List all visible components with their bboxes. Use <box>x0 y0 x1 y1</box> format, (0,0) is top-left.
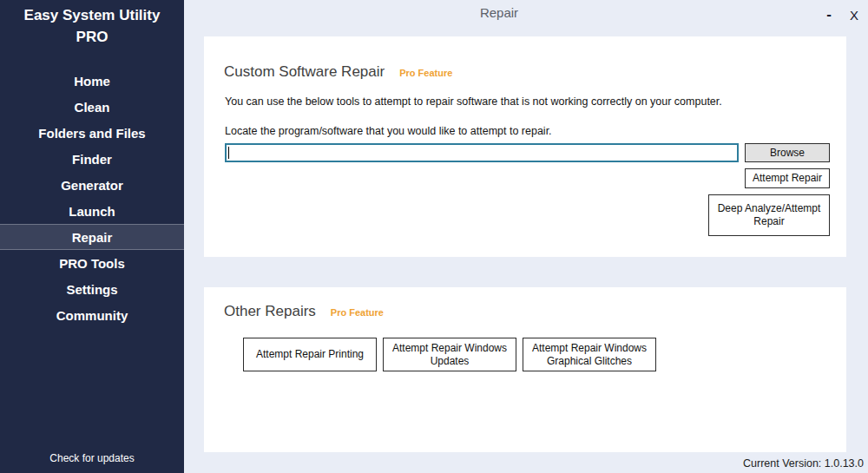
sidebar-item-home[interactable]: Home <box>0 68 184 94</box>
custom-software-repair-panel: Custom Software Repair Pro Feature You c… <box>204 36 846 257</box>
attempt-repair-printing-button[interactable]: Attempt Repair Printing <box>243 338 377 371</box>
deep-analyze-attempt-repair-button[interactable]: Deep Analyze/Attempt Repair <box>708 194 830 236</box>
section-title: Custom Software Repair <box>224 63 385 81</box>
other-repairs-header: Other Repairs Pro Feature <box>224 303 384 320</box>
text-caret <box>228 147 229 159</box>
attempt-repair-windows-graphical-glitches-button[interactable]: Attempt Repair Windows Graphical Glitche… <box>523 338 656 371</box>
other-repairs-panel: Other Repairs Pro Feature Attempt Repair… <box>204 287 846 452</box>
minimize-button[interactable]: - <box>819 3 839 26</box>
sidebar-item-launch[interactable]: Launch <box>0 198 184 224</box>
attempt-repair-button[interactable]: Attempt Repair <box>745 168 830 188</box>
check-for-updates-link[interactable]: Check for updates <box>0 452 184 464</box>
sidebar-item-finder[interactable]: Finder <box>0 146 184 172</box>
pro-feature-badge: Pro Feature <box>331 307 384 318</box>
page-title: Repair <box>184 5 814 20</box>
app-title: Easy System Utility PRO <box>0 0 184 48</box>
program-path-input[interactable] <box>225 143 739 162</box>
sidebar-item-repair[interactable]: Repair <box>0 224 184 250</box>
custom-repair-header: Custom Software Repair Pro Feature <box>224 63 452 81</box>
sidebar-item-community[interactable]: Community <box>0 302 184 328</box>
sidebar-item-folders-and-files[interactable]: Folders and Files <box>0 120 184 146</box>
current-version-label: Current Version: 1.0.13.0 <box>743 457 864 470</box>
sidebar-item-settings[interactable]: Settings <box>0 276 184 302</box>
locate-program-label: Locate the program/software that you wou… <box>225 125 552 137</box>
section-title: Other Repairs <box>224 303 316 320</box>
close-button[interactable]: X <box>844 3 865 26</box>
sidebar-item-generator[interactable]: Generator <box>0 172 184 198</box>
custom-repair-description: You can use the below tools to attempt t… <box>225 95 722 108</box>
sidebar-item-pro-tools[interactable]: PRO Tools <box>0 250 184 276</box>
attempt-repair-windows-updates-button[interactable]: Attempt Repair Windows Updates <box>383 338 516 371</box>
sidebar: Easy System Utility PRO Home Clean Folde… <box>0 0 184 473</box>
browse-button[interactable]: Browse <box>745 143 830 162</box>
pro-feature-badge: Pro Feature <box>399 68 452 78</box>
sidebar-menu: Home Clean Folders and Files Finder Gene… <box>0 68 184 328</box>
sidebar-item-clean[interactable]: Clean <box>0 94 184 120</box>
